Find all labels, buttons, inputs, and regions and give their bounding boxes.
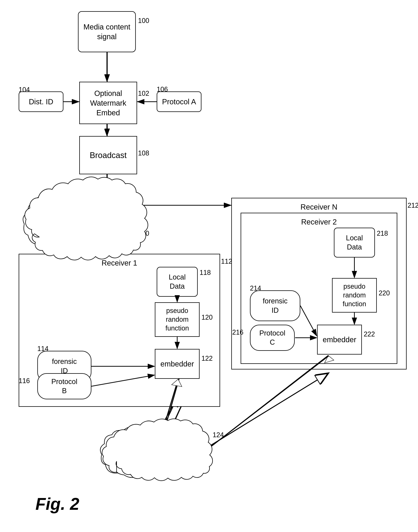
forensic-id-2-box: forensicID [250, 290, 300, 321]
ref-122: 122 [201, 355, 213, 362]
pseudo-random-1-label: pseudorandomfunction [165, 307, 189, 332]
embedder-2-label: embedder [323, 335, 356, 344]
embedder-2-box: embedder [317, 325, 362, 355]
ref-112: 112 [221, 258, 232, 265]
svg-marker-32 [152, 456, 162, 462]
receiver1-label: Receiver 1 [102, 258, 137, 268]
receiver-n-label: Receiver N [301, 202, 337, 212]
svg-point-21 [71, 196, 116, 226]
svg-point-17 [41, 201, 116, 238]
ref-214: 214 [250, 284, 261, 292]
diagram: Media content signal 100 OptionalWaterma… [0, 0, 418, 532]
optional-watermark-embed-label: OptionalWatermarkEmbed [90, 88, 126, 118]
svg-point-26 [81, 211, 128, 237]
svg-point-18 [30, 208, 75, 238]
dist-id-label: Dist. ID [29, 97, 53, 106]
svg-point-28 [72, 197, 115, 225]
ref-212: 212 [407, 201, 418, 209]
pseudo-random-2-box: pseudorandomfunction [332, 278, 377, 313]
media-content-signal-box: Media content signal [78, 11, 136, 52]
ref-220: 220 [379, 289, 390, 297]
receiver-2-label: Receiver 2 [301, 217, 337, 227]
svg-point-20 [43, 193, 91, 225]
ref-120: 120 [201, 313, 213, 321]
local-data-1-label: LocalData [169, 273, 186, 291]
ref-118: 118 [200, 269, 211, 277]
embedder-1-box: embedder [155, 349, 200, 379]
ref-100: 100 [138, 17, 149, 25]
ref-218: 218 [377, 229, 388, 237]
ref-108: 108 [138, 149, 149, 157]
svg-point-22 [63, 227, 93, 242]
broadcast-media-label: Broadcast Media (Internet,cable, terrest… [32, 205, 144, 225]
ref-116: 116 [19, 377, 30, 385]
ref-104: 104 [19, 86, 30, 94]
dist-id-box: Dist. ID [19, 91, 63, 112]
ref-110: 110 [138, 229, 149, 237]
local-data-2-label: LocalData [346, 233, 363, 252]
optional-watermark-embed-box: OptionalWatermarkEmbed [79, 82, 137, 124]
svg-point-27 [44, 194, 91, 224]
broadcast-media-cloud [30, 193, 129, 242]
svg-rect-23 [64, 227, 92, 237]
sharing-channel-label: sharing channel (network,portable media,… [106, 433, 216, 453]
fig-label: Fig. 2 [35, 495, 79, 514]
protocol-c-box: ProtocolC [250, 325, 295, 351]
svg-marker-52 [151, 450, 163, 457]
protocol-b-label: ProtocolB [51, 377, 77, 396]
ref-102: 102 [138, 90, 149, 97]
protocol-b-box: ProtocolB [37, 373, 91, 399]
ref-216: 216 [232, 328, 244, 336]
broadcast-box: Broadcast [79, 136, 137, 174]
protocol-c-label: ProtocolC [259, 329, 285, 347]
pseudo-random-1-box: pseudorandomfunction [155, 302, 200, 337]
svg-marker-58 [194, 449, 204, 456]
protocol-a-box: Protocol A [157, 91, 201, 112]
forensic-id-1-label: forensicID [52, 357, 77, 376]
ref-124: 124 [213, 431, 224, 439]
local-data-2-box: LocalData [334, 228, 375, 258]
broadcast-label: Broadcast [90, 150, 127, 160]
ref-114: 114 [37, 345, 48, 353]
local-data-1-box: LocalData [157, 267, 198, 297]
forensic-id-2-label: forensicID [263, 296, 287, 315]
ref-222: 222 [364, 330, 375, 338]
svg-point-24 [42, 201, 115, 237]
svg-point-25 [31, 209, 74, 237]
ref-106: 106 [157, 85, 168, 93]
pseudo-random-2-label: pseudorandomfunction [343, 282, 366, 308]
embedder-1-label: embedder [160, 359, 194, 369]
protocol-a-label: Protocol A [162, 97, 196, 106]
svg-point-19 [80, 210, 129, 238]
media-content-signal-label: Media content signal [79, 22, 135, 41]
